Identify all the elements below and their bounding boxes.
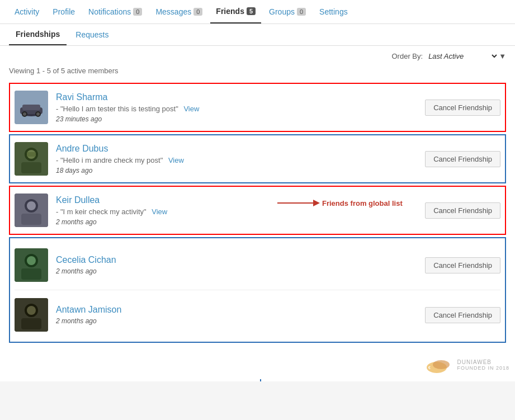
nav-profile[interactable]: Profile [47, 1, 81, 23]
friend-time: 2 months ago [56, 317, 414, 325]
cancel-friendship-button[interactable]: Cancel Friendship [425, 100, 500, 116]
table-row: Andre Dubus - "Hello i m andre check my … [9, 134, 506, 183]
svg-point-30 [433, 360, 450, 369]
annotation-student-type: Users with student member type [249, 379, 379, 381]
watermark-logo: € [426, 353, 453, 376]
svg-rect-19 [21, 268, 41, 280]
avatar-image [15, 248, 48, 282]
friend-excerpt: - "I m keir check my activity" View [56, 207, 414, 216]
svg-point-24 [27, 306, 36, 315]
cancel-friendship-button[interactable]: Cancel Friendship [425, 257, 500, 273]
avatar-image [15, 142, 48, 176]
friend-name-link[interactable]: Andre Dubus [56, 144, 108, 153]
friends-list: Ravi Sharma - "Hello I am tester this is… [9, 83, 506, 343]
avatar [15, 91, 48, 124]
subnav-requests[interactable]: Requests [69, 25, 115, 45]
svg-rect-12 [27, 152, 36, 157]
view-link[interactable]: View [152, 207, 167, 216]
friend-time: 2 months ago [56, 267, 414, 275]
friend-time: 2 months ago [56, 218, 414, 226]
friend-excerpt: - "Hello i m andre check my post" View [56, 156, 414, 164]
table-row: Antawn Jamison 2 months ago Cancel Frien… [15, 290, 500, 339]
nav-friends[interactable]: Friends 5 [210, 0, 261, 23]
nav-groups[interactable]: Groups 0 [263, 1, 311, 23]
friend-time: 18 days ago [56, 167, 414, 174]
dropdown-arrow-icon: ▼ [499, 52, 506, 60]
view-link[interactable]: View [168, 156, 184, 164]
table-row: Ravi Sharma - "Hello I am tester this is… [9, 83, 506, 132]
friend-name-link[interactable]: Antawn Jamison [56, 305, 121, 314]
friends-badge: 5 [247, 7, 256, 15]
friend-info: Keir Dullea - "I m keir check my activit… [56, 195, 414, 226]
subnav-friendships[interactable]: Friendships [9, 24, 67, 45]
table-row: Cecelia Cichan 2 months ago Cancel Frien… [15, 240, 500, 290]
svg-text:€: € [428, 366, 431, 370]
nav-messages[interactable]: Messages 0 [150, 1, 208, 23]
friend-info: Cecelia Cichan 2 months ago [56, 255, 414, 275]
cancel-friendship-button[interactable]: Cancel Friendship [425, 307, 500, 323]
avatar [15, 142, 48, 176]
avatar [15, 298, 48, 332]
notifications-badge: 0 [133, 8, 142, 16]
svg-rect-15 [21, 214, 41, 225]
watermark: € DUNIAWEB FOUNDED IN 2018 [426, 353, 509, 376]
svg-rect-23 [21, 318, 41, 329]
arrow-down-icon [249, 379, 339, 381]
top-navigation: Activity Profile Notifications 0 Message… [0, 0, 515, 24]
svg-point-6 [23, 112, 26, 116]
avatar-image [15, 194, 48, 227]
friend-info: Ravi Sharma - "Hello I am tester this is… [56, 92, 414, 123]
nav-settings[interactable]: Settings [314, 1, 353, 23]
svg-point-16 [27, 201, 36, 210]
order-by-select[interactable]: Last Active Newest Registered Alphabetic… [426, 51, 499, 61]
main-content: Order By: Last Active Newest Registered … [0, 46, 515, 381]
avatar [15, 248, 48, 282]
friend-name-link[interactable]: Cecelia Cichan [56, 255, 116, 265]
order-by-row: Order By: Last Active Newest Registered … [9, 51, 506, 61]
viewing-count: Viewing 1 - 5 of 5 active members [9, 67, 506, 75]
friend-excerpt: - "Hello I am tester this is testing pos… [56, 105, 414, 113]
avatar-image [15, 91, 48, 124]
friend-name-link[interactable]: Keir Dullea [56, 195, 100, 205]
friend-info: Antawn Jamison 2 months ago [56, 305, 414, 325]
messages-badge: 0 [193, 8, 202, 16]
groups-badge: 0 [297, 8, 306, 16]
svg-rect-3 [22, 105, 40, 110]
sub-navigation: Friendships Requests [0, 24, 515, 46]
watermark-text: DUNIAWEB FOUNDED IN 2018 [457, 359, 509, 371]
svg-point-20 [27, 256, 36, 265]
table-row: Keir Dullea - "I m keir check my activit… [9, 186, 506, 235]
friend-time: 23 minutes ago [56, 115, 414, 123]
svg-point-7 [36, 112, 40, 116]
nav-activity[interactable]: Activity [9, 1, 45, 23]
view-link[interactable]: View [183, 105, 199, 113]
cancel-friendship-button[interactable]: Cancel Friendship [425, 151, 500, 167]
nav-notifications[interactable]: Notifications 0 [83, 1, 148, 23]
svg-rect-10 [21, 162, 41, 173]
friend-info: Andre Dubus - "Hello i m andre check my … [56, 144, 414, 174]
blue-group-box: Cecelia Cichan 2 months ago Cancel Frien… [9, 237, 506, 343]
friend-name-link[interactable]: Ravi Sharma [56, 92, 107, 102]
order-by-label: Order By: [392, 52, 423, 60]
cancel-friendship-button[interactable]: Cancel Friendship [425, 202, 500, 219]
avatar [15, 194, 48, 227]
avatar-image [15, 298, 48, 332]
